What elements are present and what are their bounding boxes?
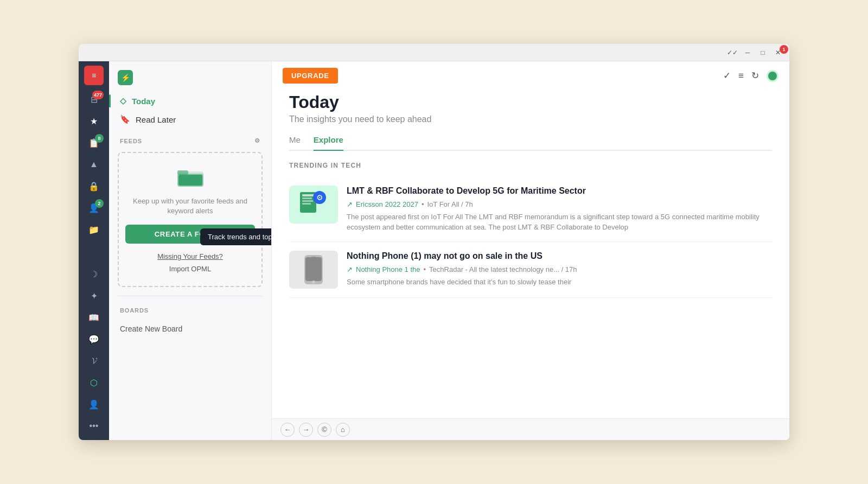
logo-icon: ⚡ (121, 73, 130, 82)
page-title: Today (289, 92, 772, 112)
rail-item-all[interactable]: ⊟ 477 (83, 90, 105, 109)
rail-item-starred[interactable]: ★ (83, 111, 105, 131)
rail-logo: ≡ 1 (84, 66, 104, 85)
check-icon[interactable]: ✓✓ (727, 48, 737, 58)
sidebar-item-read-later[interactable]: 🔖 Read Later (113, 110, 267, 129)
main-content: UPGRADE ✓ ≡ ↻ Today The insights you nee… (272, 61, 789, 440)
svg-rect-2 (177, 170, 188, 175)
import-opml-link[interactable]: Import OPML (169, 265, 211, 273)
feeds-label: FEEDS (120, 138, 142, 144)
svg-rect-3 (178, 175, 202, 186)
navigation-icon: ▲ (90, 160, 98, 169)
rail-item-nav[interactable]: ▲ (83, 155, 105, 174)
live-indicator[interactable] (767, 70, 778, 82)
menu-icon: ≡ (92, 71, 96, 80)
icon-rail: ≡ 1 ⊟ 477 ★ 📋 8 ▲ 🔒 👤 2 (79, 61, 109, 440)
tabs-row: Me Explore (289, 135, 772, 151)
article-time-1: IoT For All / 7h (427, 200, 473, 208)
trending-label: TRENDING IN TECH (289, 162, 772, 169)
forward-button[interactable]: → (299, 423, 313, 437)
read-later-icon: 🔖 (120, 114, 130, 124)
boards-badge: 8 (95, 134, 104, 143)
article-thumb-2 (289, 251, 338, 289)
boards-label: BOARDS (120, 307, 149, 314)
back-button[interactable]: ← (280, 423, 295, 437)
maximize-btn[interactable]: □ (758, 48, 768, 58)
upgrade-button[interactable]: UPGRADE (283, 68, 338, 84)
svg-rect-16 (311, 256, 316, 257)
speech-icon: 💬 (88, 334, 99, 345)
article-excerpt-2: Some smartphone brands have decided that… (347, 277, 772, 288)
rail-item-moon[interactable]: ☽ (83, 264, 105, 284)
page-subtitle: The insights you need to keep ahead (289, 114, 772, 124)
rail-item-profile[interactable]: 👤 (83, 394, 105, 414)
tab-explore[interactable]: Explore (314, 135, 343, 151)
svg-point-15 (312, 281, 315, 284)
sidebar-header: ⚡ (109, 61, 271, 90)
moon-icon: ☽ (90, 269, 98, 279)
tab-me[interactable]: Me (289, 135, 301, 151)
today-label: Today (132, 97, 155, 106)
trend-icon-2: ↗ (347, 265, 353, 273)
team-badge: 2 (95, 199, 104, 208)
rail-item-team[interactable]: 👤 2 (83, 198, 105, 218)
create-board-item[interactable]: Create New Board (118, 321, 263, 336)
star-icon: ★ (90, 116, 98, 126)
article-card-1[interactable]: ⚙ LMT & RBF Collaborate to Develop 5G fo… (289, 177, 772, 242)
feeds-empty-box: Keep up with your favorite feeds and key… (118, 152, 263, 287)
sidebar-item-today[interactable]: ◇ Today (113, 92, 267, 110)
refresh-icon[interactable]: ↻ (751, 70, 759, 81)
trend-icon-1: ↗ (347, 200, 353, 208)
titlebar: ✓✓ ─ □ ✕ (79, 44, 789, 61)
reload-button[interactable]: © (317, 423, 331, 437)
article-meta-2: ↗ Nothing Phone 1 the • TechRadar - All … (347, 265, 772, 273)
article-info-2: Nothing Phone (1) may not go on sale in … (347, 251, 772, 289)
rail-item-vine[interactable]: 𝓥 (83, 351, 105, 371)
vine-icon: 𝓥 (92, 356, 97, 366)
app-window: ✓✓ ─ □ ✕ ≡ 1 ⊟ 477 ★ 📋 8 ▲ (79, 44, 789, 440)
folder-icon: 📁 (88, 225, 99, 235)
list-view-icon[interactable]: ≡ (738, 71, 744, 81)
feeds-settings-icon[interactable]: ⚙ (254, 137, 260, 144)
rail-item-more[interactable]: ••• (83, 416, 105, 436)
main-topbar: UPGRADE ✓ ≡ ↻ (272, 61, 789, 88)
create-folder-button[interactable]: CREATE A FOLDER (125, 225, 255, 244)
book-icon: 📖 (88, 313, 99, 323)
leo-icon: ⬡ (90, 378, 98, 388)
rail-item-folder[interactable]: 📁 (83, 220, 105, 239)
rail-item-ai[interactable]: ✦ (83, 286, 105, 305)
article-title-2: Nothing Phone (1) may not go on sale in … (347, 251, 772, 262)
article-source-2: Nothing Phone 1 the (356, 265, 420, 273)
more-dots-icon: ••• (90, 421, 99, 431)
svg-rect-7 (302, 198, 312, 199)
minimize-btn[interactable]: ─ (743, 48, 752, 58)
article-thumb-1: ⚙ (289, 186, 338, 224)
home-button[interactable]: ⌂ (336, 423, 350, 437)
all-badge: 477 (92, 91, 104, 99)
profile-icon: 👤 (88, 399, 99, 410)
boards-section-header: BOARDS (109, 301, 271, 317)
rail-item-boards[interactable]: 📋 8 (83, 133, 105, 152)
svg-text:⚙: ⚙ (316, 193, 323, 202)
feeds-area: Keep up with your favorite feeds and key… (109, 148, 271, 291)
folder-empty-icon (177, 166, 203, 192)
missing-feeds-link[interactable]: Missing Your Feeds? (157, 252, 223, 260)
boards-section: Create New Board (109, 317, 271, 341)
rail-item-lock[interactable]: 🔒 (83, 176, 105, 196)
article-card-2[interactable]: Nothing Phone (1) may not go on sale in … (289, 242, 772, 298)
article-title-1: LMT & RBF Collaborate to Develop 5G for … (347, 186, 772, 197)
sidebar-nav: ◇ Today 🔖 Read Later (109, 90, 271, 131)
rail-item-book[interactable]: 📖 (83, 308, 105, 327)
svg-rect-14 (305, 257, 322, 281)
article-meta-1: ↗ Ericsson 2022 2027 • IoT For All / 7h (347, 200, 772, 208)
read-later-label: Read Later (136, 115, 176, 124)
bottom-bar: ← → © ⌂ (272, 418, 789, 440)
sidebar-divider (118, 296, 263, 296)
article-source-1: Ericsson 2022 2027 (356, 200, 418, 208)
rail-item-speech[interactable]: 💬 (83, 329, 105, 349)
rail-item-leo[interactable]: ⬡ (83, 373, 105, 392)
sparkle-icon: ✦ (91, 291, 98, 301)
meta-dot-2: • (424, 265, 426, 273)
svg-rect-6 (302, 194, 314, 196)
check-all-icon[interactable]: ✓ (723, 70, 731, 81)
